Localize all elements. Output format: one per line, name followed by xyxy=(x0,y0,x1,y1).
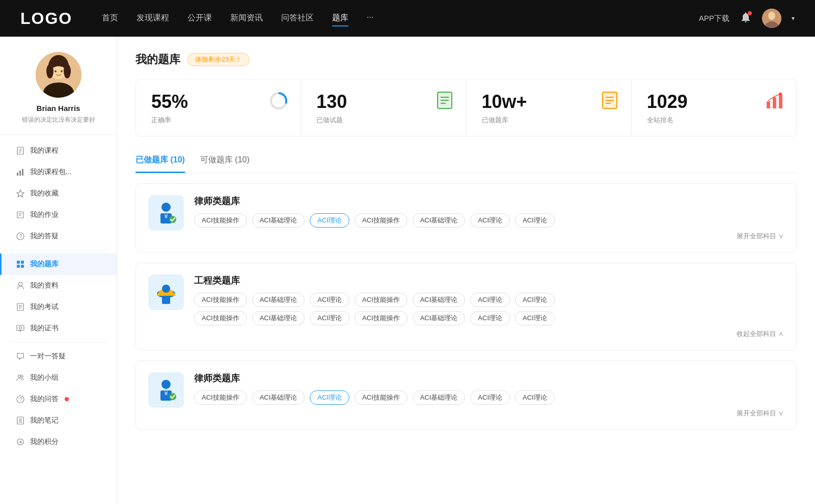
tag-item[interactable]: ACI技能操作 xyxy=(194,390,247,405)
sidebar-item-my-courses[interactable]: 我的课程 xyxy=(0,140,117,161)
tag-item[interactable]: ACI技能操作 xyxy=(194,213,247,228)
notification-bell[interactable] xyxy=(740,11,752,25)
chat-icon xyxy=(16,352,25,361)
svg-point-72 xyxy=(161,380,171,389)
sidebar-item-one-on-one[interactable]: 一对一答疑 xyxy=(0,346,117,367)
tag-item[interactable]: ACI基础理论 xyxy=(252,311,305,325)
sidebar-profile: Brian Harris 错误的决定比没有决定要好 xyxy=(0,52,117,135)
svg-point-39 xyxy=(21,375,23,377)
tag-item[interactable]: ACI理论 xyxy=(470,311,510,325)
svg-marker-19 xyxy=(17,190,24,197)
sidebar-item-points[interactable]: ★ 我的积分 xyxy=(0,431,117,453)
stat-rank-value: 1029 xyxy=(647,91,688,113)
sidebar-label-points: 我的积分 xyxy=(30,437,59,446)
svg-rect-26 xyxy=(21,261,24,264)
sidebar-item-my-qa[interactable]: ? 我的问答 xyxy=(0,388,117,410)
expand-link-lawyer-2[interactable]: 展开全部科目 ∨ xyxy=(194,409,784,418)
sidebar-item-notes[interactable]: 我的笔记 xyxy=(0,410,117,431)
profile-avatar xyxy=(36,52,82,98)
tag-item[interactable]: ACI技能操作 xyxy=(355,311,408,325)
tag-item[interactable]: ACI理论 xyxy=(515,213,555,228)
tag-item-active[interactable]: ACI理论 xyxy=(310,390,349,405)
collapse-link-engineer[interactable]: 收起全部科目 ∧ xyxy=(194,329,784,339)
tag-item[interactable]: ACI技能操作 xyxy=(355,213,408,228)
svg-text:★: ★ xyxy=(19,440,22,444)
bar-icon xyxy=(16,167,25,177)
tag-item[interactable]: ACI基础理论 xyxy=(413,311,466,325)
exam-icon xyxy=(16,302,25,312)
notes-icon xyxy=(16,416,25,425)
tag-item[interactable]: ACI基础理论 xyxy=(252,293,305,307)
nav-link-qa[interactable]: 问答社区 xyxy=(281,11,314,26)
nav-link-courses[interactable]: 发现课程 xyxy=(137,11,169,26)
sidebar-item-course-package[interactable]: 我的课程包... xyxy=(0,161,117,183)
svg-point-35 xyxy=(19,327,22,329)
sidebar-menu: 我的课程 我的课程包... 我的收藏 我的作业 xyxy=(0,140,117,453)
tag-item[interactable]: ACI技能操作 xyxy=(355,293,408,307)
bank-engineer-content: 工程类题库 ACI技能操作 ACI基础理论 ACI理论 ACI技能操作 ACI基… xyxy=(194,274,784,339)
tag-item[interactable]: ACI理论 xyxy=(470,213,510,228)
tabs-row: 已做题库 (10) 可做题库 (10) xyxy=(135,151,797,173)
tab-done-banks[interactable]: 已做题库 (10) xyxy=(135,151,185,173)
nav-link-news[interactable]: 新闻资讯 xyxy=(230,11,263,26)
tag-item[interactable]: ACI技能操作 xyxy=(355,390,408,405)
tag-item[interactable]: ACI理论 xyxy=(515,293,555,307)
expand-link-lawyer-1[interactable]: 展开全部科目 ∨ xyxy=(194,232,784,241)
stat-done-questions-value: 130 xyxy=(316,91,347,113)
stat-done-questions: 130 已做试题 xyxy=(301,80,466,136)
bank-lawyer-1-tags: ACI技能操作 ACI基础理论 ACI理论 ACI技能操作 ACI基础理论 AC… xyxy=(194,213,784,228)
tag-item[interactable]: ACI理论 xyxy=(470,293,510,307)
tag-item[interactable]: ACI理论 xyxy=(515,311,555,325)
sidebar-item-answers[interactable]: ? 我的答疑 xyxy=(0,226,117,247)
nav-link-home[interactable]: 首页 xyxy=(102,11,118,26)
sidebar: Brian Harris 错误的决定比没有决定要好 我的课程 我的课程包... xyxy=(0,37,117,504)
sidebar-item-favorites[interactable]: 我的收藏 xyxy=(0,183,117,204)
app-download[interactable]: APP下载 xyxy=(699,14,729,23)
svg-rect-17 xyxy=(19,171,21,176)
nav-link-questionbank[interactable]: 题库 xyxy=(332,11,348,26)
sidebar-label-my-courses: 我的课程 xyxy=(30,146,59,155)
sidebar-item-questionbank[interactable]: 我的题库 xyxy=(0,254,117,275)
tag-item[interactable]: ACI基础理论 xyxy=(252,213,305,228)
stat-done-banks-label: 已做题库 xyxy=(482,116,508,125)
file-icon xyxy=(16,146,25,155)
nav-link-more[interactable]: ··· xyxy=(367,11,373,26)
tag-item[interactable]: ACI技能操作 xyxy=(194,293,247,307)
sidebar-item-profile[interactable]: 我的资料 xyxy=(0,275,117,296)
tag-item[interactable]: ACI理论 xyxy=(515,390,555,405)
tab-available-banks[interactable]: 可做题库 (10) xyxy=(200,151,250,173)
qa-icon: ? xyxy=(16,395,25,404)
stat-rank-label: 全站排名 xyxy=(647,116,673,125)
nav-link-open[interactable]: 公开课 xyxy=(187,11,212,26)
tag-item[interactable]: ACI基础理论 xyxy=(413,390,466,405)
tag-item[interactable]: ACI基础理论 xyxy=(252,390,305,405)
sidebar-item-certificate[interactable]: 我的证书 xyxy=(0,318,117,339)
tag-item-active[interactable]: ACI理论 xyxy=(310,213,349,228)
nav-dropdown-arrow[interactable]: ▾ xyxy=(792,15,795,22)
stat-rank: 1029 全站排名 xyxy=(632,80,796,136)
tag-item[interactable]: ACI基础理论 xyxy=(413,293,466,307)
sidebar-label-exam: 我的考试 xyxy=(30,302,59,312)
stat-accuracy: 55% 正确率 xyxy=(136,80,301,136)
sidebar-item-homework[interactable]: 我的作业 xyxy=(0,204,117,226)
tag-item[interactable]: ACI理论 xyxy=(310,311,349,325)
svg-rect-60 xyxy=(767,101,770,108)
stat-accuracy-value: 55% xyxy=(151,91,188,113)
svg-text:?: ? xyxy=(19,397,22,402)
stat-accuracy-label: 正确率 xyxy=(151,116,171,125)
bank-card-lawyer-2: 律师类题库 ACI技能操作 ACI基础理论 ACI理论 ACI技能操作 ACI基… xyxy=(135,360,797,430)
tag-item[interactable]: ACI理论 xyxy=(470,390,510,405)
layout: Brian Harris 错误的决定比没有决定要好 我的课程 我的课程包... xyxy=(0,37,815,504)
trial-badge: 体验剩余23天！ xyxy=(187,53,250,66)
stat-done-questions-label: 已做试题 xyxy=(316,116,343,125)
tag-item[interactable]: ACI基础理论 xyxy=(413,213,466,228)
sidebar-label-notes: 我的笔记 xyxy=(30,416,59,425)
tag-item[interactable]: ACI理论 xyxy=(310,293,349,307)
people-icon xyxy=(16,281,25,290)
sidebar-item-group[interactable]: 我的小组 xyxy=(0,367,117,388)
avatar[interactable] xyxy=(762,9,781,28)
avatar-image xyxy=(762,9,781,28)
sidebar-item-exam[interactable]: 我的考试 xyxy=(0,296,117,318)
page-title: 我的题库 xyxy=(135,52,180,67)
tag-item[interactable]: ACI技能操作 xyxy=(194,311,247,325)
